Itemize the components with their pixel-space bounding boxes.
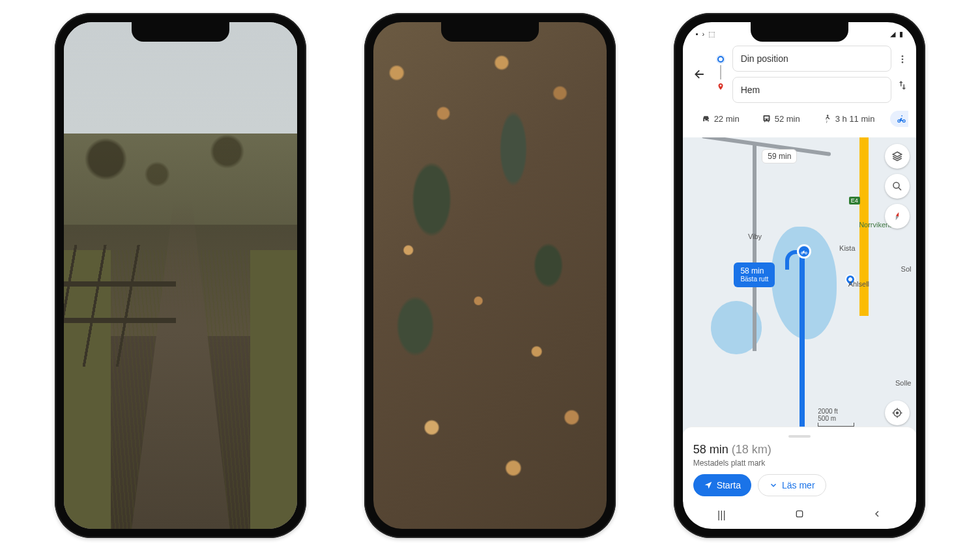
start-navigation-button[interactable]: Starta <box>693 474 751 496</box>
map-layers-button[interactable] <box>885 144 910 169</box>
maps-app-screen: ▪ › ⬚ ◢ ▮ <box>683 22 916 529</box>
best-route-time: 58 min <box>740 266 768 276</box>
swap-vert-icon <box>897 79 908 91</box>
svg-point-8 <box>893 182 899 188</box>
navigate-icon <box>704 481 713 490</box>
svg-point-3 <box>827 115 829 117</box>
notification-icon: › <box>702 30 705 38</box>
mode-tab-transit[interactable]: 52 min <box>755 111 807 127</box>
notification-icon: ⬚ <box>708 30 715 38</box>
svg-point-2 <box>901 61 903 63</box>
mode-tab-bike[interactable]: 58 min <box>890 111 908 127</box>
svg-point-1 <box>901 59 903 61</box>
svg-point-0 <box>901 55 903 57</box>
route-terrain-subtitle: Mestadels platt mark <box>693 459 906 468</box>
nav-home-button[interactable] <box>786 509 813 522</box>
mode-tab-car[interactable]: 22 min <box>695 111 746 127</box>
nav-back-button[interactable] <box>864 509 890 522</box>
mode-transit-label: 52 min <box>775 114 800 124</box>
place-label-viby: Viby <box>748 233 762 240</box>
travel-mode-tabs: 22 min 52 min 3 h 11 min 58 min <box>691 108 908 132</box>
phone-2-screen <box>373 22 607 529</box>
overflow-menu-button[interactable] <box>897 54 908 68</box>
notification-icon: ▪ <box>696 30 699 38</box>
destination-value: Hem <box>741 85 760 95</box>
map-search-button[interactable] <box>885 174 910 199</box>
destination-pin-icon <box>717 82 725 93</box>
battery-icon: ▮ <box>899 30 903 38</box>
place-label-sol: Sol <box>901 265 912 273</box>
map-scale: 2000 ft 500 m <box>818 408 854 427</box>
read-more-label: Läs mer <box>782 480 815 490</box>
back-nav-icon <box>872 509 882 519</box>
search-icon <box>891 180 903 192</box>
scale-meters: 500 m <box>818 415 854 422</box>
mode-car-label: 22 min <box>714 114 740 124</box>
svg-point-10 <box>896 412 898 414</box>
phone-mockup-3: ▪ › ⬚ ◢ ▮ <box>674 13 925 538</box>
best-route-label[interactable]: 58 min Bästa rutt <box>734 262 775 287</box>
route-summary-sheet[interactable]: 58 min (18 km) Mestadels platt mark Star… <box>683 427 916 502</box>
car-icon <box>701 114 711 124</box>
sheet-drag-handle[interactable] <box>788 435 811 438</box>
android-nav-bar: ||| <box>683 502 916 529</box>
layers-icon <box>891 150 903 162</box>
route-summary-title: 58 min (18 km) <box>693 443 906 457</box>
back-button[interactable] <box>691 65 709 83</box>
route-time: 58 min <box>693 443 728 456</box>
compass-icon <box>889 208 904 223</box>
more-vert-icon <box>897 54 908 64</box>
read-more-button[interactable]: Läs mer <box>758 474 826 496</box>
walk-icon <box>822 114 832 124</box>
my-location-button[interactable] <box>885 401 910 425</box>
phone-mockup-2 <box>364 13 616 538</box>
start-button-label: Starta <box>717 480 741 490</box>
forest-floor-photo <box>373 22 607 529</box>
directions-search-panel: Din position Hem <box>683 42 916 137</box>
place-label-kista: Kista <box>839 244 855 252</box>
transit-icon <box>762 114 771 124</box>
origin-dot-icon <box>717 56 724 63</box>
origin-input[interactable]: Din position <box>732 46 891 72</box>
map-canvas[interactable]: E4 59 min 58 min Bästa rutt Viby Kista N… <box>683 137 916 434</box>
locate-icon <box>891 407 903 419</box>
mode-tab-walk[interactable]: 3 h 11 min <box>816 111 882 127</box>
place-label-solle: Solle <box>895 379 911 387</box>
map-compass-button[interactable] <box>885 204 910 229</box>
origin-value: Din position <box>741 53 788 64</box>
signal-icon: ◢ <box>890 30 895 38</box>
best-route-subtitle: Bästa rutt <box>740 276 768 283</box>
home-nav-icon <box>794 509 805 519</box>
trail-photo <box>64 22 297 529</box>
swap-endpoints-button[interactable] <box>897 79 908 94</box>
highway-badge-e4: E4 <box>849 197 860 205</box>
phone-mockup-1 <box>55 13 306 538</box>
phone-1-screen <box>64 22 297 529</box>
arrow-left-icon <box>693 68 706 81</box>
place-label-ahlsell: Ahlsell <box>848 280 869 288</box>
route-distance: (18 km) <box>732 443 771 456</box>
alt-route-time-label[interactable]: 59 min <box>762 149 797 163</box>
destination-input[interactable]: Hem <box>732 77 891 103</box>
android-status-bar: ▪ › ⬚ ◢ ▮ <box>683 22 916 42</box>
bike-icon <box>897 114 906 124</box>
scale-feet: 2000 ft <box>818 408 854 415</box>
nav-recents-button[interactable]: ||| <box>708 509 734 521</box>
route-endpoints-indicator <box>714 56 727 93</box>
chevron-down-icon <box>769 481 778 490</box>
mode-walk-label: 3 h 11 min <box>835 114 875 124</box>
svg-rect-11 <box>796 511 802 516</box>
